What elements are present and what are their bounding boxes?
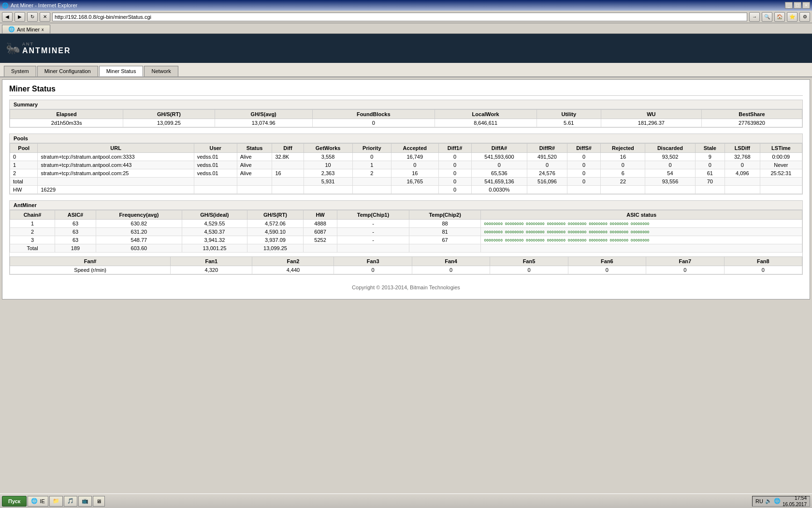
pool-cell: 16 [392,169,439,178]
pool-cell [695,186,725,194]
fan-col-fan7: Fan7 [646,257,724,266]
chain-cell: 63 [55,236,96,244]
taskbar-ie-icon: 🌐 [31,498,38,504]
chain-col-hw: HW [303,210,337,220]
taskbar: Пуск 🌐 IE 📁 🎵 📺 🖥 RU 🔉 🌐 17:54 16.05.201… [0,493,812,508]
fan-cell: 0 [490,266,568,274]
chain-cell: 63 [55,228,96,236]
chain-cell: - [337,228,409,236]
summary-col-ghsrt: GH/S(RT) [123,110,215,119]
pool-cell: 22 [601,178,645,186]
pool-cell: stratum+tcp://stratum.antpool.com:443 [38,161,194,169]
pool-cell: 0 [438,161,471,169]
pool-row: 1stratum+tcp://stratum.antpool.com:443ve… [10,161,802,169]
chain-cell: 13,099.25 [247,244,304,253]
pools-col-status: Status [237,144,272,153]
address-input[interactable] [52,13,747,21]
pool-cell [237,186,272,194]
summary-localwork: 8,646,611 [435,119,536,127]
minimize-button[interactable]: _ [785,2,793,9]
favorites-button[interactable]: ⭐ [787,12,798,22]
pool-cell: 2 [10,169,38,178]
taskbar-media-item[interactable]: 🎵 [64,496,77,507]
summary-col-elapsed: Elapsed [10,110,123,119]
pool-cell: 9 [695,153,725,161]
clock: 17:54 16.05.2017 [783,495,807,508]
chain-cell: 13,001.25 [182,244,247,253]
maximize-button[interactable]: □ [794,2,801,9]
antminer-content: Chain# ASIC# Frequency(avg) GH/S(ideal) … [10,210,802,274]
pool-cell: 16,765 [392,178,439,186]
fan-row: Speed (r/min)4,3204,440000000 [10,266,802,274]
chain-cell: 81 [409,228,481,236]
go-button[interactable]: → [749,12,760,22]
pool-cell: 1 [10,161,38,169]
chain-cell: 603.60 [96,244,182,253]
summary-elapsed: 2d1h50m33s [10,119,123,127]
pool-cell: 0 [438,178,471,186]
pool-cell: 65,536 [471,169,527,178]
pool-cell: 0 [567,161,601,169]
chain-col-temp1: Temp(Chip1) [337,210,409,220]
chain-col-ghsrt: GH/S(RT) [247,210,304,220]
pool-cell: 516,096 [527,178,567,186]
pool-cell [352,186,391,194]
summary-foundblocks: 0 [312,119,435,127]
ie-tab-close-button[interactable]: x [42,27,44,32]
taskbar-app1-item[interactable]: 📺 [78,496,92,507]
title-bar-left: 🌐 Ant Miner - Internet Explorer [2,2,77,9]
taskbar-ie-item[interactable]: 🌐 IE [28,496,48,507]
chain-cell: - [337,236,409,244]
tools-button[interactable]: ⚙ [799,12,810,22]
clock-time: 17:54 [783,495,807,501]
pools-col-diff: Diff [272,144,304,153]
chain-cell: oooooooo oooooooo oooooooo oooooooo oooo… [481,236,802,244]
refresh-button[interactable]: ↻ [27,12,38,22]
chain-cell: 4,590.10 [247,228,304,236]
pool-row: 0stratum+tcp://stratum.antpool.com:3333v… [10,153,802,161]
summary-col-wu: WU [601,110,701,119]
taskbar-folder-item[interactable]: 📁 [49,496,63,507]
chain-cell: 5252 [303,236,337,244]
pools-col-user: User [194,144,237,153]
pool-cell [527,186,567,194]
pool-cell [567,186,601,194]
forward-button[interactable]: ▶ [14,12,25,22]
logo-bar: 🐜 ANT ANTMINER [0,34,812,63]
ie-tab[interactable]: 🌐 Ant Miner x [2,25,50,33]
pool-cell [392,186,439,194]
taskbar-app2-item[interactable]: 🖥 [93,496,105,507]
summary-col-bestshare: BestShare [701,110,802,119]
pool-row: 2stratum+tcp://stratum.antpool.com:25ved… [10,169,802,178]
chain-cell [481,244,802,253]
pool-cell: 541,659,136 [471,178,527,186]
pool-cell: 25:52:31 [760,169,802,178]
tab-system[interactable]: System [4,66,36,76]
taskbar-app2-icon: 🖥 [96,498,102,504]
back-button[interactable]: ◀ [2,12,13,22]
fan-col-fanhash: Fan# [10,257,171,266]
tab-miner-status[interactable]: Miner Status [99,66,144,76]
pool-cell: 0 [601,161,645,169]
tab-network[interactable]: Network [144,66,178,76]
start-button[interactable]: Пуск [2,496,27,507]
stop-button[interactable]: ✕ [40,12,50,22]
home-button[interactable]: 🏠 [774,12,785,22]
pool-cell: 0 [438,186,471,194]
pool-cell: 54 [645,169,695,178]
pool-cell: 6 [601,169,645,178]
pool-cell: stratum+tcp://stratum.antpool.com:3333 [38,153,194,161]
pool-cell: 0 [725,161,760,169]
search-icon[interactable]: 🔍 [762,12,772,22]
pool-cell: 0 [567,153,601,161]
antminer-logo-text: ANT ANTMINER [22,42,71,55]
chain-cell: 4,529.55 [182,220,247,228]
pool-cell: stratum+tcp://stratum.antpool.com:25 [38,169,194,178]
summary-ghsrt: 13,099.25 [123,119,215,127]
pool-cell: 4,096 [725,169,760,178]
fan-cell: 0 [334,266,412,274]
close-button[interactable]: × [802,2,810,9]
pool-cell [645,186,695,194]
tab-miner-configuration[interactable]: Miner Configuration [37,66,98,76]
taskbar-app1-icon: 📺 [82,498,88,504]
